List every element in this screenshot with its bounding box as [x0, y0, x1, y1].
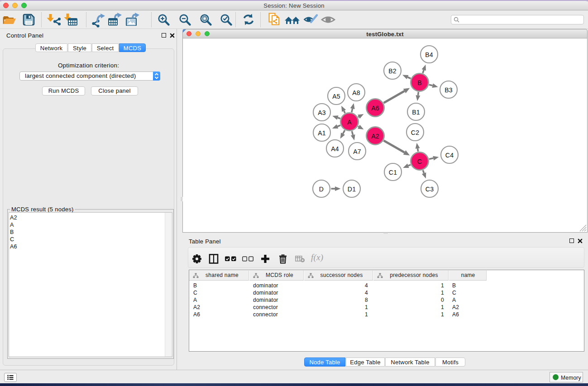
svg-text:A6: A6: [371, 105, 379, 112]
svg-text:B2: B2: [388, 67, 397, 75]
svg-text:A5: A5: [332, 93, 340, 100]
svg-text:A8: A8: [352, 89, 360, 96]
svg-text:D: D: [319, 186, 324, 193]
svg-text:C3: C3: [425, 186, 434, 193]
svg-text:B1: B1: [412, 109, 420, 116]
svg-text:C2: C2: [411, 129, 419, 136]
svg-text:B3: B3: [445, 86, 453, 94]
svg-text:C1: C1: [389, 169, 397, 176]
svg-text:A4: A4: [331, 145, 339, 152]
svg-text:B4: B4: [425, 51, 433, 58]
svg-text:C4: C4: [445, 152, 454, 159]
svg-text:C: C: [417, 158, 422, 165]
svg-text:A2: A2: [371, 133, 379, 140]
svg-text:A1: A1: [318, 129, 326, 137]
svg-text:A: A: [347, 119, 352, 126]
svg-text:A3: A3: [318, 109, 326, 116]
svg-text:A7: A7: [353, 148, 361, 155]
svg-text:B: B: [417, 79, 422, 86]
svg-text:D1: D1: [348, 186, 356, 193]
